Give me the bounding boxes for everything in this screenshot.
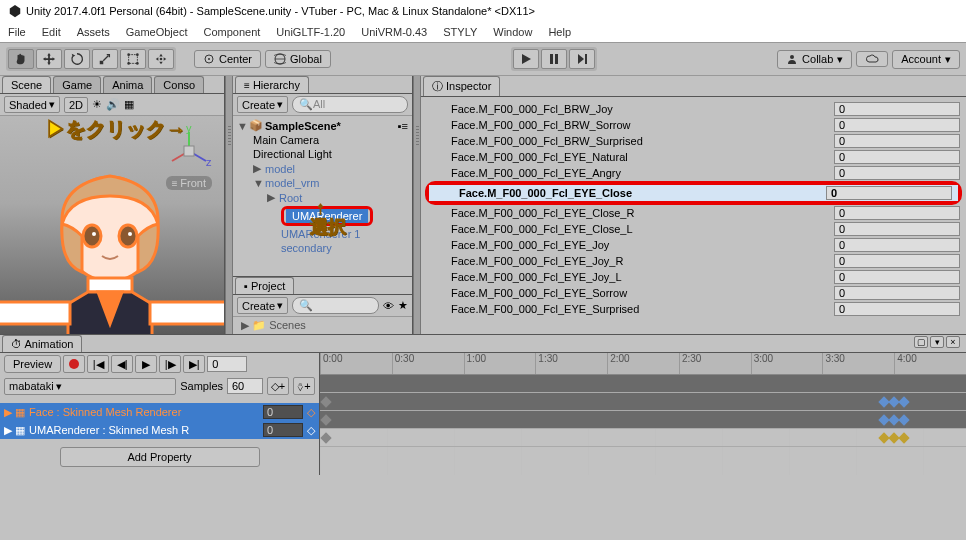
transform-tool[interactable] bbox=[148, 49, 174, 69]
last-frame-button[interactable]: ▶| bbox=[183, 355, 205, 373]
audio-icon[interactable]: 🔊 bbox=[106, 98, 120, 111]
move-tool[interactable] bbox=[36, 49, 62, 69]
blendshape-value[interactable]: 0 bbox=[834, 166, 960, 180]
blendshape-value[interactable]: 0 bbox=[834, 254, 960, 268]
tab-scene[interactable]: Scene bbox=[2, 76, 51, 93]
record-button[interactable] bbox=[63, 355, 85, 373]
hierarchy-item[interactable]: Directional Light bbox=[233, 147, 412, 161]
track-row[interactable]: ▶ ▦ UMARenderer : Skinned Mesh R0◇ bbox=[0, 421, 319, 439]
tab-project[interactable]: ▪ Project bbox=[235, 277, 294, 294]
first-frame-button[interactable]: |◀ bbox=[87, 355, 109, 373]
menu-component[interactable]: Component bbox=[203, 26, 260, 38]
project-item[interactable]: ▶ 📁 Scenes bbox=[233, 317, 412, 334]
track-row[interactable]: ▶ ▦ Face : Skinned Mesh Renderer0◇ bbox=[0, 403, 319, 421]
shading-mode[interactable]: Shaded▾ bbox=[4, 96, 60, 113]
blendshape-row[interactable]: Face.M_F00_000_Fcl_EYE_Close0 bbox=[429, 185, 958, 201]
rotate-tool[interactable] bbox=[64, 49, 90, 69]
tab-hierarchy[interactable]: ≡ Hierarchy bbox=[235, 76, 309, 93]
add-key-button[interactable]: ◇+ bbox=[267, 377, 289, 395]
step-button[interactable] bbox=[569, 49, 595, 69]
hand-tool[interactable] bbox=[8, 49, 34, 69]
blendshape-row[interactable]: Face.M_F00_000_Fcl_BRW_Surprised0 bbox=[421, 133, 966, 149]
pause-button[interactable] bbox=[541, 49, 567, 69]
menu-window[interactable]: Window bbox=[493, 26, 532, 38]
blendshape-row[interactable]: Face.M_F00_000_Fcl_EYE_Natural0 bbox=[421, 149, 966, 165]
scene-root[interactable]: ▼📦SampleScene*▪≡ bbox=[233, 118, 412, 133]
dock-menu-icon[interactable]: ▾ bbox=[930, 336, 944, 348]
blendshape-row[interactable]: Face.M_F00_000_Fcl_EYE_Joy_R0 bbox=[421, 253, 966, 269]
fx-icon[interactable]: ▦ bbox=[124, 98, 134, 111]
tab-console[interactable]: Conso bbox=[154, 76, 204, 93]
blendshape-value[interactable]: 0 bbox=[826, 186, 952, 200]
blendshape-value[interactable]: 0 bbox=[834, 222, 960, 236]
blendshape-row[interactable]: Face.M_F00_000_Fcl_BRW_Sorrow0 bbox=[421, 117, 966, 133]
prev-key-button[interactable]: ◀| bbox=[111, 355, 133, 373]
hierarchy-search[interactable]: 🔍All bbox=[292, 96, 408, 113]
cloud-button[interactable] bbox=[856, 51, 888, 67]
2d-toggle[interactable]: 2D bbox=[64, 97, 88, 113]
blendshape-value[interactable]: 0 bbox=[834, 134, 960, 148]
resize-handle[interactable] bbox=[413, 76, 421, 334]
star-icon[interactable]: ★ bbox=[398, 299, 408, 312]
menu-gameobject[interactable]: GameObject bbox=[126, 26, 188, 38]
add-property-button[interactable]: Add Property bbox=[60, 447, 260, 467]
project-create[interactable]: Create ▾ bbox=[237, 297, 288, 314]
scene-viewport[interactable]: y z ≡ Front bbox=[0, 116, 224, 334]
menu-file[interactable]: File bbox=[8, 26, 26, 38]
blendshape-row[interactable]: Face.M_F00_000_Fcl_BRW_Joy0 bbox=[421, 101, 966, 117]
blendshape-row[interactable]: Face.M_F00_000_Fcl_EYE_Surprised0 bbox=[421, 301, 966, 317]
menu-assets[interactable]: Assets bbox=[77, 26, 110, 38]
timeline-lane[interactable] bbox=[320, 411, 966, 429]
account-button[interactable]: Account▾ bbox=[892, 50, 960, 69]
blendshape-value[interactable]: 0 bbox=[834, 238, 960, 252]
tab-inspector[interactable]: ⓘ Inspector bbox=[423, 76, 500, 96]
blendshape-value[interactable]: 0 bbox=[834, 286, 960, 300]
resize-handle[interactable] bbox=[225, 76, 233, 334]
blendshape-value[interactable]: 0 bbox=[834, 302, 960, 316]
pivot-center-toggle[interactable]: Center bbox=[194, 50, 261, 68]
blendshape-value[interactable]: 0 bbox=[834, 270, 960, 284]
filter-icon[interactable]: 👁 bbox=[383, 300, 394, 312]
timeline[interactable]: 0:000:301:001:302:002:303:003:304:00 bbox=[320, 353, 966, 475]
add-event-button[interactable]: ⎀+ bbox=[293, 377, 315, 395]
hierarchy-create[interactable]: Create ▾ bbox=[237, 96, 288, 113]
blendshape-value[interactable]: 0 bbox=[834, 150, 960, 164]
tab-animation-window[interactable]: ⏱ Animation bbox=[2, 335, 82, 352]
next-key-button[interactable]: |▶ bbox=[159, 355, 181, 373]
blendshape-value[interactable]: 0 bbox=[834, 118, 960, 132]
preview-toggle[interactable]: Preview bbox=[4, 355, 61, 373]
scale-tool[interactable] bbox=[92, 49, 118, 69]
dock-close-icon[interactable]: × bbox=[946, 336, 960, 348]
blendshape-row[interactable]: Face.M_F00_000_Fcl_EYE_Angry0 bbox=[421, 165, 966, 181]
light-icon[interactable]: ☀ bbox=[92, 98, 102, 111]
frame-input[interactable] bbox=[207, 356, 247, 372]
blendshape-row[interactable]: Face.M_F00_000_Fcl_EYE_Sorrow0 bbox=[421, 285, 966, 301]
menu-univrm[interactable]: UniVRM-0.43 bbox=[361, 26, 427, 38]
blendshape-row[interactable]: Face.M_F00_000_Fcl_EYE_Close_L0 bbox=[421, 221, 966, 237]
play-anim-button[interactable]: ▶ bbox=[135, 355, 157, 373]
samples-input[interactable] bbox=[227, 378, 263, 394]
play-button[interactable] bbox=[513, 49, 539, 69]
blendshape-value[interactable]: 0 bbox=[834, 206, 960, 220]
timeline-lane[interactable] bbox=[320, 429, 966, 447]
menu-unigltf[interactable]: UniGLTF-1.20 bbox=[276, 26, 345, 38]
timeline-lane[interactable] bbox=[320, 393, 966, 411]
menu-styly[interactable]: STYLY bbox=[443, 26, 477, 38]
menu-help[interactable]: Help bbox=[548, 26, 571, 38]
hierarchy-item[interactable]: ▶model bbox=[233, 161, 412, 176]
tab-animation[interactable]: Anima bbox=[103, 76, 152, 93]
collab-button[interactable]: Collab▾ bbox=[777, 50, 852, 69]
blendshape-value[interactable]: 0 bbox=[834, 102, 960, 116]
blendshape-row[interactable]: Face.M_F00_000_Fcl_EYE_Joy0 bbox=[421, 237, 966, 253]
menu-edit[interactable]: Edit bbox=[42, 26, 61, 38]
local-global-toggle[interactable]: Global bbox=[265, 50, 331, 68]
clip-selector[interactable]: mabataki ▾ bbox=[4, 378, 176, 395]
project-search[interactable]: 🔍 bbox=[292, 297, 379, 314]
hierarchy-item[interactable]: Main Camera bbox=[233, 133, 412, 147]
blendshape-row[interactable]: Face.M_F00_000_Fcl_EYE_Joy_L0 bbox=[421, 269, 966, 285]
hierarchy-item[interactable]: secondary bbox=[233, 241, 412, 255]
tab-game[interactable]: Game bbox=[53, 76, 101, 93]
hierarchy-item[interactable]: ▼model_vrm bbox=[233, 176, 412, 190]
rect-tool[interactable] bbox=[120, 49, 146, 69]
blendshape-row[interactable]: Face.M_F00_000_Fcl_EYE_Close_R0 bbox=[421, 205, 966, 221]
